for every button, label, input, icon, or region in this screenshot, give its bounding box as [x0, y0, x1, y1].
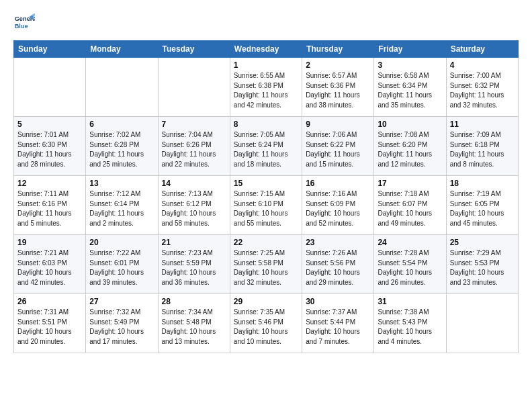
weekday-header-tuesday: Tuesday — [158, 41, 230, 58]
day-number: 5 — [17, 120, 82, 129]
day-number: 8 — [234, 120, 298, 129]
day-info: Sunrise: 7:02 AMSunset: 6:28 PMDaylight:… — [89, 131, 144, 168]
day-info: Sunrise: 7:08 AMSunset: 6:20 PMDaylight:… — [378, 131, 432, 168]
week-row-3: 12Sunrise: 7:11 AMSunset: 6:16 PMDayligh… — [14, 176, 519, 235]
day-cell: 14Sunrise: 7:13 AMSunset: 6:12 PMDayligh… — [158, 176, 230, 235]
day-info: Sunrise: 7:31 AMSunset: 5:51 PMDaylight:… — [17, 308, 72, 345]
day-number: 3 — [378, 60, 442, 70]
day-number: 13 — [89, 179, 154, 188]
day-cell: 9Sunrise: 7:06 AMSunset: 6:22 PMDaylight… — [302, 117, 374, 176]
day-info: Sunrise: 7:04 AMSunset: 6:26 PMDaylight:… — [162, 131, 216, 168]
day-cell: 15Sunrise: 7:15 AMSunset: 6:10 PMDayligh… — [230, 176, 302, 235]
day-number: 20 — [89, 238, 154, 247]
day-info: Sunrise: 7:29 AMSunset: 5:53 PMDaylight:… — [450, 249, 504, 286]
header: General Blue — [13, 12, 519, 34]
day-info: Sunrise: 7:01 AMSunset: 6:30 PMDaylight:… — [17, 131, 72, 168]
day-info: Sunrise: 7:32 AMSunset: 5:49 PMDaylight:… — [89, 308, 144, 345]
day-cell — [86, 58, 158, 117]
weekday-header-thursday: Thursday — [302, 41, 374, 58]
day-info: Sunrise: 7:28 AMSunset: 5:54 PMDaylight:… — [378, 249, 432, 286]
logo-icon: General Blue — [13, 12, 35, 34]
weekday-header-saturday: Saturday — [446, 41, 518, 58]
logo: General Blue — [13, 12, 35, 34]
day-number: 12 — [17, 179, 82, 188]
day-cell: 3Sunrise: 6:58 AMSunset: 6:34 PMDaylight… — [374, 58, 446, 117]
day-cell — [446, 294, 518, 353]
day-info: Sunrise: 7:15 AMSunset: 6:10 PMDaylight:… — [234, 190, 288, 227]
day-info: Sunrise: 7:16 AMSunset: 6:09 PMDaylight:… — [306, 190, 360, 227]
day-number: 4 — [450, 60, 515, 70]
svg-text:Blue: Blue — [15, 23, 28, 30]
day-info: Sunrise: 7:34 AMSunset: 5:48 PMDaylight:… — [162, 308, 216, 345]
day-number: 15 — [234, 179, 298, 188]
week-row-4: 19Sunrise: 7:21 AMSunset: 6:03 PMDayligh… — [14, 235, 519, 294]
day-cell: 28Sunrise: 7:34 AMSunset: 5:48 PMDayligh… — [158, 294, 230, 353]
day-cell: 11Sunrise: 7:09 AMSunset: 6:18 PMDayligh… — [446, 117, 518, 176]
day-cell: 12Sunrise: 7:11 AMSunset: 6:16 PMDayligh… — [14, 176, 86, 235]
weekday-header-monday: Monday — [86, 41, 158, 58]
day-number: 16 — [306, 179, 370, 188]
page: General Blue SundayMondayTuesdayWednesda… — [0, 0, 532, 365]
day-info: Sunrise: 7:38 AMSunset: 5:43 PMDaylight:… — [378, 308, 432, 345]
day-cell: 13Sunrise: 7:12 AMSunset: 6:14 PMDayligh… — [86, 176, 158, 235]
day-number: 6 — [89, 120, 154, 129]
day-number: 9 — [306, 120, 370, 129]
day-cell: 10Sunrise: 7:08 AMSunset: 6:20 PMDayligh… — [374, 117, 446, 176]
day-number: 23 — [306, 238, 370, 247]
day-cell: 5Sunrise: 7:01 AMSunset: 6:30 PMDaylight… — [14, 117, 86, 176]
day-info: Sunrise: 6:58 AMSunset: 6:34 PMDaylight:… — [378, 72, 432, 109]
day-cell — [158, 58, 230, 117]
day-info: Sunrise: 7:09 AMSunset: 6:18 PMDaylight:… — [450, 131, 504, 168]
day-cell: 23Sunrise: 7:26 AMSunset: 5:56 PMDayligh… — [302, 235, 374, 294]
week-row-5: 26Sunrise: 7:31 AMSunset: 5:51 PMDayligh… — [14, 294, 519, 353]
day-number: 2 — [306, 60, 370, 70]
day-info: Sunrise: 7:22 AMSunset: 6:01 PMDaylight:… — [89, 249, 144, 286]
day-cell: 21Sunrise: 7:23 AMSunset: 5:59 PMDayligh… — [158, 235, 230, 294]
day-cell: 1Sunrise: 6:55 AMSunset: 6:38 PMDaylight… — [230, 58, 302, 117]
weekday-header-friday: Friday — [374, 41, 446, 58]
day-number: 18 — [450, 179, 515, 188]
weekday-header-row: SundayMondayTuesdayWednesdayThursdayFrid… — [14, 41, 519, 58]
day-cell: 18Sunrise: 7:19 AMSunset: 6:05 PMDayligh… — [446, 176, 518, 235]
day-number: 28 — [162, 297, 226, 306]
day-number: 17 — [378, 179, 442, 188]
day-number: 24 — [378, 238, 442, 247]
calendar: SundayMondayTuesdayWednesdayThursdayFrid… — [13, 40, 519, 353]
day-number: 7 — [162, 120, 226, 129]
day-number: 26 — [17, 297, 82, 306]
day-info: Sunrise: 7:21 AMSunset: 6:03 PMDaylight:… — [17, 249, 72, 286]
day-cell: 27Sunrise: 7:32 AMSunset: 5:49 PMDayligh… — [86, 294, 158, 353]
day-cell: 2Sunrise: 6:57 AMSunset: 6:36 PMDaylight… — [302, 58, 374, 117]
day-info: Sunrise: 7:35 AMSunset: 5:46 PMDaylight:… — [234, 308, 288, 345]
weekday-header-wednesday: Wednesday — [230, 41, 302, 58]
day-cell: 4Sunrise: 7:00 AMSunset: 6:32 PMDaylight… — [446, 58, 518, 117]
day-info: Sunrise: 6:57 AMSunset: 6:36 PMDaylight:… — [306, 72, 360, 109]
day-cell: 16Sunrise: 7:16 AMSunset: 6:09 PMDayligh… — [302, 176, 374, 235]
day-cell: 6Sunrise: 7:02 AMSunset: 6:28 PMDaylight… — [86, 117, 158, 176]
day-info: Sunrise: 7:06 AMSunset: 6:22 PMDaylight:… — [306, 131, 360, 168]
day-cell: 31Sunrise: 7:38 AMSunset: 5:43 PMDayligh… — [374, 294, 446, 353]
day-cell: 8Sunrise: 7:05 AMSunset: 6:24 PMDaylight… — [230, 117, 302, 176]
day-info: Sunrise: 7:37 AMSunset: 5:44 PMDaylight:… — [306, 308, 360, 345]
day-cell: 7Sunrise: 7:04 AMSunset: 6:26 PMDaylight… — [158, 117, 230, 176]
day-number: 11 — [450, 120, 515, 129]
day-cell: 19Sunrise: 7:21 AMSunset: 6:03 PMDayligh… — [14, 235, 86, 294]
day-info: Sunrise: 7:19 AMSunset: 6:05 PMDaylight:… — [450, 190, 504, 227]
day-info: Sunrise: 7:23 AMSunset: 5:59 PMDaylight:… — [162, 249, 216, 286]
day-cell: 29Sunrise: 7:35 AMSunset: 5:46 PMDayligh… — [230, 294, 302, 353]
day-number: 27 — [89, 297, 154, 306]
day-number: 29 — [234, 297, 298, 306]
day-info: Sunrise: 7:11 AMSunset: 6:16 PMDaylight:… — [17, 190, 72, 227]
week-row-2: 5Sunrise: 7:01 AMSunset: 6:30 PMDaylight… — [14, 117, 519, 176]
day-number: 25 — [450, 238, 515, 247]
day-number: 14 — [162, 179, 226, 188]
day-cell: 22Sunrise: 7:25 AMSunset: 5:58 PMDayligh… — [230, 235, 302, 294]
day-number: 10 — [378, 120, 442, 129]
day-info: Sunrise: 7:25 AMSunset: 5:58 PMDaylight:… — [234, 249, 288, 286]
day-number: 1 — [234, 60, 298, 70]
day-cell: 30Sunrise: 7:37 AMSunset: 5:44 PMDayligh… — [302, 294, 374, 353]
day-cell: 20Sunrise: 7:22 AMSunset: 6:01 PMDayligh… — [86, 235, 158, 294]
day-cell: 24Sunrise: 7:28 AMSunset: 5:54 PMDayligh… — [374, 235, 446, 294]
day-info: Sunrise: 6:55 AMSunset: 6:38 PMDaylight:… — [234, 72, 288, 109]
day-info: Sunrise: 7:05 AMSunset: 6:24 PMDaylight:… — [234, 131, 288, 168]
